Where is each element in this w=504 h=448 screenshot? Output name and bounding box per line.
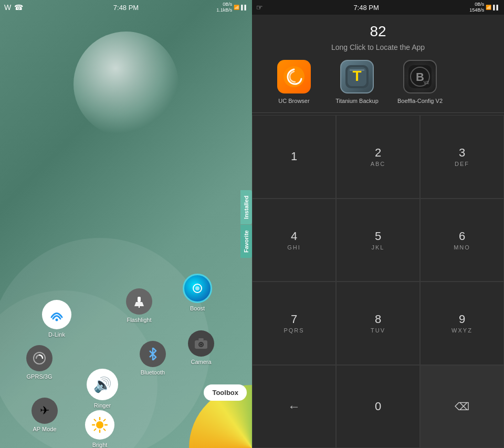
menu-item-gprs[interactable]: GPRS/3G [26,345,52,380]
svg-point-2 [96,421,103,429]
key-number-2: 2 [375,146,381,160]
dialpad-key-2[interactable]: 2 ABC [336,115,420,199]
dlink-label: D-Link [48,331,65,338]
wifi-icon-right: 📶 [486,5,491,10]
bright-label: Bright [92,442,108,448]
bluetooth-icon [140,341,166,367]
key-letters-9: WXYZ [452,327,472,334]
dialpad-row-2: 4 GHI 5 JKL 6 MNO [252,199,504,282]
menu-item-bright[interactable]: Bright [85,410,114,448]
side-tabs: Installed Favorite [240,190,252,258]
svg-text:V2: V2 [423,80,429,85]
app-item-titanium[interactable]: T Titanium Backup [331,60,383,104]
gprs-icon [26,345,52,371]
divider [252,112,504,113]
svg-marker-12 [134,302,144,306]
dialpad-key-0[interactable]: 0 [336,365,420,449]
key-number-3: 3 [459,146,465,160]
titanium-label: Titanium Backup [335,98,379,104]
key-letters-2: ABC [371,161,386,167]
key-letters-4: GHI [287,244,301,251]
light-orb [74,32,178,137]
svg-line-10 [104,420,106,421]
boost-label: Boost [190,305,205,311]
dialpad-key-3[interactable]: 3 DEF [420,115,504,199]
svg-point-1 [34,352,45,364]
app-item-uc[interactable]: UC Browser [268,60,320,104]
uc-browser-label: UC Browser [278,98,309,104]
app-icon-right: ☞ [256,3,263,12]
svg-rect-25 [350,69,364,71]
apmode-label: AP Mode [33,426,56,432]
boeffla-label: Boeffla-Config V2 [397,98,443,104]
status-icons-right: ☞ [256,3,263,12]
status-right-left: 0B/s1.1kB/s 📶 ▌▌ [216,2,248,13]
camera-icon [188,330,214,357]
menu-item-ringer[interactable]: 🔊 Ringer [87,369,118,409]
ringer-label: Ringer [94,402,111,409]
key-number-0: 0 [375,400,381,413]
dialpad-row-3: 7 PQRS 8 TUV 9 WXYZ [252,282,504,365]
menu-item-bluetooth[interactable]: Bluetooth [140,341,166,376]
bright-icon [85,410,114,440]
app-icon-left1: W [4,3,11,12]
dialpad-key-1[interactable]: 1 [252,115,336,199]
key-number-4: 4 [291,230,297,243]
dialpad-key-9[interactable]: 9 WXYZ [420,282,504,365]
tab-favorite[interactable]: Favorite [240,225,252,258]
key-letters-5: JKL [372,244,385,251]
dialpad-key-7[interactable]: 7 PQRS [252,282,336,365]
camera-label: Camera [191,359,211,365]
svg-point-0 [56,319,58,321]
left-panel: W ☎ 7:48 PM 0B/s1.1kB/s 📶 ▌▌ D-Link GPRS… [0,0,252,448]
status-bar-left: W ☎ 7:48 PM 0B/s1.1kB/s 📶 ▌▌ [0,0,252,15]
dialpad-row-4: ← 0 ⌫ [252,365,504,449]
dialpad-key-4[interactable]: 4 GHI [252,199,336,282]
right-panel: ☞ 7:48 PM 0B/s154B/s 📶 ▌▌ 82 Long Click … [252,0,504,448]
app-item-boeffla[interactable]: B V2 Boeffla-Config V2 [394,60,446,104]
svg-line-8 [104,429,106,431]
gprs-label: GPRS/3G [27,373,52,380]
key-letters-3: DEF [455,161,469,167]
status-bar-right: ☞ 7:48 PM 0B/s154B/s 📶 ▌▌ [252,0,504,15]
key-letters-8: TUV [371,327,385,334]
dialpad-key-back[interactable]: ← [252,365,336,449]
menu-item-flashlight[interactable]: Flashlight [126,288,152,323]
key-number-7: 7 [291,312,297,326]
dialpad-key-6[interactable]: 6 MNO [420,199,504,282]
key-number-9: 9 [459,312,465,326]
dialpad-key-5[interactable]: 5 JKL [336,199,420,282]
svg-line-9 [94,429,96,431]
network-speed-left: 0B/s1.1kB/s [216,2,232,13]
tab-installed[interactable]: Installed [240,190,252,224]
menu-item-dlink[interactable]: D-Link [42,300,71,338]
svg-point-15 [195,286,200,290]
network-speed-right: 0B/s154B/s [469,2,484,13]
ringer-icon: 🔊 [87,369,118,400]
signal-icon-right: ▌▌ [493,5,500,10]
key-number-5: 5 [375,230,381,243]
dialpad: 1 2 ABC 3 DEF 4 GHI 5 JKL 6 MNO [252,115,504,448]
back-arrow-icon: ← [288,399,300,414]
uc-browser-icon [277,60,311,93]
key-number-1: 1 [291,150,297,163]
key-number-6: 6 [459,230,465,243]
menu-item-apmode[interactable]: ✈ AP Mode [32,398,58,432]
signal-icon-left: ▌▌ [241,5,248,10]
titanium-icon: T [340,60,374,93]
dialpad-key-backspace[interactable]: ⌫ [420,365,504,449]
menu-item-boost[interactable]: Boost [183,274,212,311]
app-list: UC Browser T Titanium Backup [262,60,494,104]
dialpad-row-1: 1 2 ABC 3 DEF [252,115,504,199]
status-time-left: 7:48 PM [113,4,139,12]
flashlight-label: Flashlight [127,317,151,323]
status-icons-left: W ☎ [4,3,23,12]
boost-icon [183,274,212,303]
dialpad-key-8[interactable]: 8 TUV [336,282,420,365]
menu-item-camera[interactable]: Camera [188,330,214,365]
app-icon-left2: ☎ [14,3,23,12]
backspace-icon: ⌫ [455,400,469,413]
toolbox-button[interactable]: Toolbox [204,384,247,401]
wifi-icon-left: 📶 [234,5,239,10]
boeffla-icon: B V2 [403,60,437,93]
